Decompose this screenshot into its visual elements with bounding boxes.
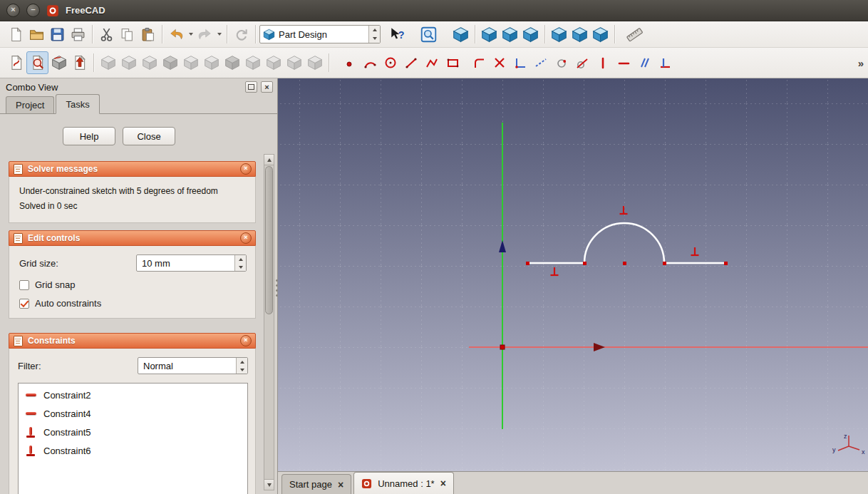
map-sketch-button[interactable] — [48, 52, 69, 73]
parallel-constraint-button[interactable] — [634, 52, 654, 73]
fit-all-button[interactable] — [418, 24, 439, 45]
pad-button[interactable] — [98, 52, 118, 73]
perpendicular-constraint-button[interactable] — [654, 52, 675, 73]
collapse-solver-section-button[interactable] — [240, 163, 252, 175]
viewport-canvas[interactable]: z y x — [278, 78, 868, 471]
constraint-list-item[interactable]: Constraint6 — [19, 441, 247, 460]
arc-center-point[interactable] — [623, 262, 626, 265]
help-button[interactable]: Help — [63, 127, 115, 145]
external-geometry-button[interactable] — [510, 52, 530, 73]
tangent-constraint-button[interactable] — [572, 52, 592, 73]
tab-start-page[interactable]: Start page — [281, 474, 351, 494]
grid-snap-checkbox[interactable] — [19, 280, 29, 290]
float-panel-button[interactable] — [245, 81, 257, 93]
scroll-down-button[interactable] — [264, 479, 274, 490]
solver-messages-header[interactable]: Solver messages — [9, 161, 256, 177]
circle-button[interactable] — [380, 52, 401, 73]
mirrored-feature-button[interactable] — [304, 52, 325, 73]
new-file-button[interactable] — [6, 24, 26, 45]
sketch-vertex[interactable] — [583, 262, 587, 265]
close-panel-button[interactable] — [261, 81, 273, 93]
close-task-button[interactable]: Close — [123, 127, 175, 145]
trim-button[interactable] — [489, 52, 510, 73]
close-tab-icon[interactable] — [338, 480, 343, 490]
leave-sketch-button[interactable] — [69, 52, 90, 73]
grid-size-spinner-arrows[interactable] — [234, 255, 246, 271]
front-view-button[interactable] — [479, 24, 500, 45]
save-button[interactable] — [47, 24, 68, 45]
chamfer-button[interactable] — [201, 52, 222, 73]
origin-point[interactable] — [500, 345, 505, 349]
undo-dropdown-arrow[interactable] — [187, 24, 195, 45]
point-on-object-constraint-button[interactable] — [551, 52, 572, 73]
window-minimize-button[interactable] — [26, 4, 40, 17]
horizontal-constraint-button[interactable] — [613, 52, 634, 73]
scrollbar-thumb[interactable] — [265, 166, 273, 314]
tab-tasks[interactable]: Tasks — [56, 94, 99, 114]
right-view-button[interactable] — [520, 24, 541, 45]
sketch-vertex[interactable] — [526, 262, 529, 265]
constraint-list-item[interactable]: Constraint2 — [19, 386, 247, 404]
constraint-list[interactable]: Constraint2 Constraint4 Constraint5 — [18, 383, 248, 494]
sketch-vertex[interactable] — [663, 262, 666, 265]
filter-spinner-arrows[interactable] — [236, 358, 247, 374]
collapse-edit-controls-button[interactable] — [240, 232, 252, 244]
vertical-constraint-button[interactable] — [592, 52, 613, 73]
tab-project[interactable]: Project — [6, 96, 54, 113]
redo-button[interactable] — [195, 24, 215, 45]
polyline-button[interactable] — [421, 52, 442, 73]
constraint-list-item[interactable]: Constraint4 — [19, 404, 247, 423]
toolbar-overflow-chevron[interactable]: » — [858, 57, 864, 69]
fillet-button[interactable] — [468, 52, 489, 73]
paste-button[interactable] — [138, 24, 158, 45]
pocket-button[interactable] — [118, 52, 139, 73]
collapse-constraints-button[interactable] — [240, 335, 252, 346]
print-button[interactable] — [68, 24, 88, 45]
undo-button[interactable] — [166, 24, 187, 45]
window-close-button[interactable] — [6, 4, 20, 17]
workbench-spinner-arrows[interactable] — [368, 26, 380, 43]
whats-this-button[interactable]: ? — [386, 24, 407, 45]
cut-button[interactable] — [96, 24, 117, 45]
measure-button[interactable] — [624, 24, 645, 45]
groove-button[interactable] — [160, 52, 180, 73]
sketch-vertex[interactable] — [724, 262, 728, 265]
polar-pattern-button[interactable] — [284, 52, 304, 73]
rectangle-button[interactable] — [442, 52, 463, 73]
edit-controls-header[interactable]: Edit controls — [9, 230, 256, 246]
open-file-button[interactable] — [26, 24, 47, 45]
constraint-filter-dropdown[interactable]: Normal — [138, 357, 248, 374]
auto-constraints-checkbox[interactable] — [19, 299, 29, 309]
workbench-selector[interactable]: Part Design — [259, 25, 381, 43]
tasks-scrollbar[interactable] — [264, 154, 274, 490]
rear-view-button[interactable] — [549, 24, 569, 45]
close-tab-icon[interactable] — [440, 478, 446, 488]
toggle-construction-button[interactable] — [530, 52, 551, 73]
constraints-header[interactable]: Constraints — [9, 333, 256, 349]
left-view-button[interactable] — [590, 24, 611, 45]
arc-button[interactable] — [359, 52, 380, 73]
linear-pattern-button[interactable] — [263, 52, 284, 73]
constraint-list-item[interactable]: Constraint5 — [19, 423, 247, 441]
redo-icon — [197, 27, 212, 42]
fillet-feature-button[interactable] — [180, 52, 201, 73]
3d-viewport[interactable]: z y x — [278, 78, 868, 471]
scroll-up-button[interactable] — [264, 155, 274, 165]
edit-sketch-button[interactable] — [26, 51, 48, 74]
bottom-view-button[interactable] — [569, 24, 590, 45]
refresh-button[interactable] — [231, 24, 252, 45]
redo-dropdown-arrow[interactable] — [215, 24, 223, 45]
tab-unnamed-document[interactable]: Unnamed : 1* — [353, 472, 454, 494]
draft-button[interactable] — [222, 52, 242, 73]
top-view-button[interactable] — [500, 24, 520, 45]
line-button[interactable] — [401, 52, 421, 73]
create-sketch-button[interactable] — [6, 52, 26, 73]
thickness-button[interactable] — [242, 52, 263, 73]
copy-button[interactable] — [117, 24, 138, 45]
combo-view-header[interactable]: Combo View — [0, 78, 277, 96]
axonometric-view-button[interactable] — [450, 24, 471, 45]
point-button[interactable] — [339, 52, 359, 73]
grid-size-input[interactable]: 10 mm — [136, 254, 247, 272]
vertical-constraint-icon — [24, 445, 37, 456]
revolution-button[interactable] — [139, 52, 160, 73]
